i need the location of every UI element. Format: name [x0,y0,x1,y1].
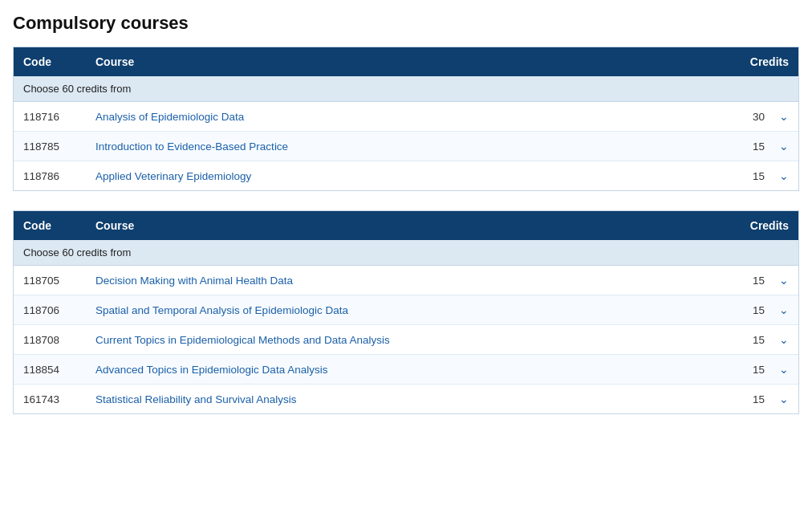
row-code: 118716 [23,111,95,123]
row-credits: 15 [733,393,765,405]
chevron-down-icon[interactable]: ⌄ [769,110,789,123]
chevron-down-icon[interactable]: ⌄ [769,303,789,316]
header-credits: Credits [725,219,789,232]
table-header: CodeCourseCredits [14,211,798,240]
row-course-link[interactable]: Analysis of Epidemiologic Data [95,111,733,123]
table-row: 118706Spatial and Temporal Analysis of E… [14,295,798,325]
row-code: 118705 [23,275,95,287]
course-table-1: CodeCourseCreditsChoose 60 credits from1… [13,47,799,191]
row-credits: 15 [733,364,765,376]
row-credits: 15 [733,275,765,287]
course-table-2: CodeCourseCreditsChoose 60 credits from1… [13,210,799,414]
table-row: 118786Applied Veterinary Epidemiology15⌄ [14,161,798,190]
chevron-down-icon[interactable]: ⌄ [769,363,789,376]
row-course-link[interactable]: Statistical Reliability and Survival Ana… [95,393,733,405]
row-course-link[interactable]: Advanced Topics in Epidemiologic Data An… [95,364,733,376]
row-credits: 15 [733,170,765,182]
chevron-down-icon[interactable]: ⌄ [769,393,789,405]
chevron-down-icon[interactable]: ⌄ [769,333,789,346]
table-row: 118716Analysis of Epidemiologic Data30⌄ [14,102,798,132]
header-course: Course [95,219,725,232]
row-code: 118786 [23,170,95,182]
row-course-link[interactable]: Introduction to Evidence-Based Practice [95,140,733,153]
row-course-link[interactable]: Spatial and Temporal Analysis of Epidemi… [95,304,733,316]
row-code: 118706 [23,304,95,316]
chevron-down-icon[interactable]: ⌄ [769,169,789,182]
chevron-down-icon[interactable]: ⌄ [769,274,789,287]
row-credits: 15 [733,140,765,153]
header-code: Code [23,219,95,232]
table-row: 118854Advanced Topics in Epidemiologic D… [14,355,798,385]
table-row: 118705Decision Making with Animal Health… [14,266,798,295]
row-code: 161743 [23,393,95,405]
row-code: 118785 [23,140,95,153]
row-credits: 30 [733,111,765,123]
header-course: Course [95,55,725,68]
header-code: Code [23,55,95,68]
header-credits: Credits [725,55,789,68]
page-title: Compulsory courses [13,13,799,34]
row-course-link[interactable]: Applied Veterinary Epidemiology [95,170,733,182]
table-header: CodeCourseCredits [14,47,798,76]
table-row: 118708Current Topics in Epidemiological … [14,325,798,355]
row-code: 118708 [23,334,95,346]
group-label: Choose 60 credits from [14,240,798,266]
group-label: Choose 60 credits from [14,76,798,102]
row-credits: 15 [733,304,765,316]
row-course-link[interactable]: Decision Making with Animal Health Data [95,275,733,287]
row-course-link[interactable]: Current Topics in Epidemiological Method… [95,334,733,346]
table-row: 161743Statistical Reliability and Surviv… [14,385,798,413]
row-code: 118854 [23,364,95,376]
row-credits: 15 [733,334,765,346]
table-row: 118785Introduction to Evidence-Based Pra… [14,132,798,161]
chevron-down-icon[interactable]: ⌄ [769,140,789,153]
